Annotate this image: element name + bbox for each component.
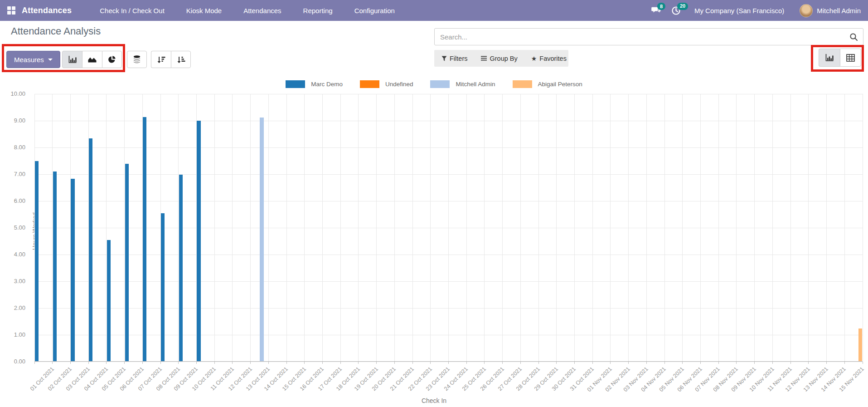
bar-chart-button[interactable]: [62, 51, 82, 68]
x-tick-mark: [196, 362, 197, 364]
measures-label: Measures: [14, 56, 44, 64]
v-gridline: [394, 94, 395, 361]
x-tick-mark: [106, 362, 107, 364]
sort-ascending-button[interactable]: [171, 51, 191, 68]
menu-kiosk-mode[interactable]: Kiosk Mode: [186, 7, 222, 15]
x-tick-mark: [52, 362, 53, 364]
bar[interactable]: [858, 329, 862, 361]
group-by-button[interactable]: Group By: [481, 55, 517, 62]
company-switcher[interactable]: My Company (San Francisco): [694, 7, 784, 15]
bar[interactable]: [179, 175, 183, 361]
v-gridline: [412, 94, 413, 361]
stacked-toggle-group: [127, 51, 147, 68]
v-gridline: [772, 94, 773, 361]
y-tick-label: 6.00: [0, 197, 25, 204]
x-tick-mark: [808, 362, 809, 364]
bar[interactable]: [107, 240, 111, 361]
y-tick-label: 3.00: [0, 278, 25, 284]
bar[interactable]: [260, 118, 263, 361]
legend-item[interactable]: Marc Demo: [286, 80, 343, 88]
apps-menu-icon[interactable]: [7, 6, 15, 15]
x-tick-mark: [502, 362, 503, 364]
favorites-button[interactable]: ★ Favorites: [531, 55, 567, 62]
measures-button[interactable]: Measures: [6, 51, 60, 68]
filter-icon: [441, 56, 447, 61]
legend-item[interactable]: Abigail Peterson: [513, 80, 582, 88]
search-input[interactable]: [435, 33, 849, 41]
x-tick-mark: [863, 362, 863, 364]
legend-label: Abigail Peterson: [538, 81, 582, 88]
v-gridline: [736, 94, 737, 361]
sort-descending-icon: [157, 56, 165, 64]
chart-legend: Marc DemoUndefinedMitchell AdminAbigail …: [0, 80, 868, 88]
legend-label: Undefined: [385, 81, 413, 88]
v-gridline: [340, 94, 341, 361]
v-gridline: [556, 94, 557, 361]
v-gridline: [628, 94, 629, 361]
user-menu[interactable]: Mitchell Admin: [817, 7, 861, 15]
filters-button[interactable]: Filters: [441, 55, 467, 62]
menu-reporting[interactable]: Reporting: [303, 7, 333, 15]
x-tick-mark: [214, 362, 215, 364]
messages-icon[interactable]: 8: [651, 6, 661, 15]
search-options-bar: Filters Group By ★ Favorites: [434, 50, 568, 67]
v-gridline: [232, 94, 233, 361]
y-tick-label: 9.00: [0, 117, 25, 124]
y-tick-label: 2.00: [0, 304, 25, 311]
v-gridline: [863, 94, 863, 361]
v-gridline: [358, 94, 359, 361]
bar[interactable]: [161, 213, 165, 361]
search-icon[interactable]: [849, 33, 858, 41]
favorites-label: Favorites: [539, 55, 567, 62]
x-tick-mark: [538, 362, 539, 364]
area-chart-button[interactable]: [82, 51, 102, 68]
bar[interactable]: [143, 117, 146, 361]
v-gridline: [682, 94, 683, 361]
y-tick-label: 7.00: [0, 171, 25, 177]
menu-attendances[interactable]: Attendances: [243, 7, 281, 15]
x-tick-mark: [430, 362, 431, 364]
x-tick-mark: [70, 362, 71, 364]
bar[interactable]: [35, 161, 39, 361]
y-tick-label: 10.00: [0, 90, 25, 97]
sort-descending-button[interactable]: [151, 51, 171, 68]
legend-item[interactable]: Undefined: [360, 80, 413, 88]
x-tick-mark: [232, 362, 233, 364]
legend-item[interactable]: Mitchell Admin: [430, 80, 495, 88]
bar-chart-icon: [68, 55, 77, 64]
x-tick-mark: [790, 362, 791, 364]
systray: 8 20 My Company (San Francisco) Mitchell…: [641, 4, 861, 17]
messages-badge: 8: [657, 3, 665, 10]
v-gridline: [592, 94, 593, 361]
menu-configuration[interactable]: Configuration: [354, 7, 395, 15]
graph-view-button[interactable]: [819, 49, 840, 67]
v-gridline: [466, 94, 467, 361]
chart-type-group: [62, 51, 122, 68]
activities-icon[interactable]: 20: [671, 6, 681, 15]
v-gridline: [322, 94, 323, 361]
chevron-down-icon: [48, 59, 53, 61]
legend-swatch: [286, 80, 305, 88]
bar[interactable]: [71, 179, 74, 361]
x-tick-mark: [610, 362, 611, 364]
stacked-button[interactable]: [127, 51, 147, 68]
bar[interactable]: [53, 172, 57, 361]
x-tick-mark: [88, 362, 89, 364]
x-tick-mark: [178, 362, 179, 364]
pie-chart-button[interactable]: [102, 51, 122, 68]
bar[interactable]: [197, 121, 200, 361]
y-tick-label: 5.00: [0, 224, 25, 231]
v-gridline: [376, 94, 377, 361]
x-tick-mark: [484, 362, 485, 364]
v-gridline: [520, 94, 521, 361]
graph-view: Marc DemoUndefinedMitchell AdminAbigail …: [0, 77, 868, 407]
menu-check-in-out[interactable]: Check In / Check Out: [100, 7, 165, 15]
bar[interactable]: [89, 138, 92, 361]
x-tick-mark: [664, 362, 665, 364]
v-gridline: [304, 94, 305, 361]
x-tick-mark: [304, 362, 305, 364]
bar[interactable]: [125, 164, 129, 361]
pivot-view-button[interactable]: [840, 49, 861, 67]
v-gridline: [250, 94, 251, 361]
user-avatar[interactable]: [800, 4, 813, 17]
